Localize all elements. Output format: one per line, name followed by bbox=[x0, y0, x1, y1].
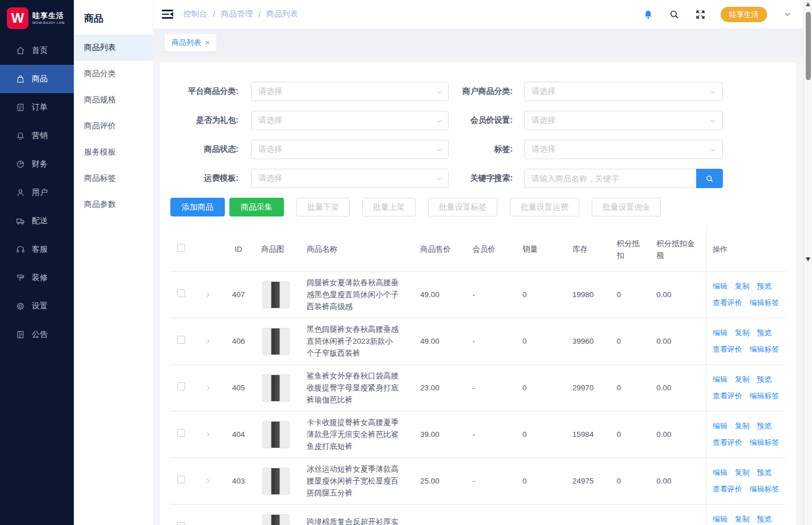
batch-set-freight-button[interactable]: 批量设置运费 bbox=[510, 198, 579, 216]
scroll-up-arrow[interactable] bbox=[806, 2, 810, 6]
scrollbar-thumb[interactable] bbox=[806, 12, 811, 80]
sidebar-item-orders[interactable]: 订单 bbox=[0, 93, 74, 122]
row-checkbox[interactable] bbox=[177, 382, 185, 390]
expand-row-icon[interactable] bbox=[192, 431, 224, 438]
product-image[interactable] bbox=[262, 514, 290, 525]
edit-link[interactable]: 编辑 bbox=[713, 374, 727, 385]
fullscreen-icon[interactable] bbox=[694, 9, 706, 20]
breadcrumb-item-goods-mgmt[interactable]: 商品管理 bbox=[221, 9, 253, 19]
edit-link[interactable]: 编辑 bbox=[713, 468, 727, 478]
breadcrumb-item-goods-list[interactable]: 商品列表 bbox=[266, 9, 298, 19]
expand-row-icon[interactable] bbox=[192, 291, 224, 298]
view-reviews-link[interactable]: 查看评价 bbox=[713, 438, 742, 448]
submenu-item-goods-params[interactable]: 商品参数 bbox=[74, 191, 153, 218]
sidebar-item-notice[interactable]: 公告 bbox=[0, 320, 74, 349]
notification-bell-icon[interactable] bbox=[642, 9, 654, 20]
row-checkbox[interactable] bbox=[177, 336, 185, 344]
expand-row-icon[interactable] bbox=[192, 477, 224, 485]
view-reviews-link[interactable]: 查看评价 bbox=[713, 484, 742, 494]
submenu-item-goods-review[interactable]: 商品评价 bbox=[74, 113, 153, 139]
edit-link[interactable]: 编辑 bbox=[713, 421, 727, 431]
sidebar-item-users[interactable]: 用户 bbox=[0, 178, 74, 207]
product-image[interactable] bbox=[262, 421, 290, 448]
sidebar-item-decorate[interactable]: 装修 bbox=[0, 264, 74, 292]
preview-link[interactable]: 预览 bbox=[757, 374, 772, 385]
chevron-down-icon[interactable] bbox=[782, 9, 793, 20]
edit-link[interactable]: 编辑 bbox=[713, 281, 727, 291]
platform-category-select[interactable]: 请选择 bbox=[251, 82, 449, 101]
vertical-scrollbar[interactable] bbox=[803, 0, 812, 525]
submenu-item-goods-list[interactable]: 商品列表 bbox=[74, 35, 153, 61]
sidebar-item-marketing[interactable]: 营销 bbox=[0, 122, 74, 150]
copy-link[interactable]: 复制 bbox=[735, 328, 750, 338]
view-reviews-link[interactable]: 查看评价 bbox=[713, 298, 742, 308]
keyword-input[interactable] bbox=[524, 169, 696, 188]
sidebar-item-delivery[interactable]: 配送 bbox=[0, 207, 74, 235]
gift-package-select[interactable]: 请选择 bbox=[251, 111, 449, 130]
collapse-menu-icon[interactable] bbox=[162, 10, 173, 19]
copy-link[interactable]: 复制 bbox=[735, 514, 750, 524]
goods-status-select[interactable]: 请选择 bbox=[251, 140, 449, 159]
edit-tags-link[interactable]: 编辑标签 bbox=[750, 391, 779, 401]
merchant-category-select[interactable]: 请选择 bbox=[524, 82, 723, 101]
select-all-checkbox[interactable] bbox=[177, 244, 185, 252]
sidebar-item-service[interactable]: 客服 bbox=[0, 235, 74, 264]
submenu-item-goods-tag[interactable]: 商品标签 bbox=[74, 165, 153, 191]
view-reviews-link[interactable]: 查看评价 bbox=[713, 344, 742, 355]
copy-link[interactable]: 复制 bbox=[735, 421, 750, 431]
edit-tags-link[interactable]: 编辑标签 bbox=[750, 298, 779, 308]
submenu-item-goods-spec[interactable]: 商品规格 bbox=[74, 87, 153, 113]
copy-link[interactable]: 复制 bbox=[735, 281, 750, 291]
expand-row-icon[interactable] bbox=[192, 384, 224, 391]
product-image[interactable] bbox=[262, 281, 290, 309]
scroll-down-arrow[interactable] bbox=[806, 257, 810, 261]
edit-tags-link[interactable]: 编辑标签 bbox=[750, 438, 779, 448]
goods-id: 407 bbox=[224, 289, 253, 301]
row-checkbox[interactable] bbox=[177, 429, 185, 437]
expand-row-icon[interactable] bbox=[192, 338, 224, 345]
row-actions: 编辑 复制 预览 查看评价 编辑标签 bbox=[706, 411, 786, 457]
product-image[interactable] bbox=[262, 328, 290, 355]
preview-link[interactable]: 预览 bbox=[757, 421, 772, 431]
batch-set-commission-button[interactable]: 批量设置佣金 bbox=[592, 198, 661, 216]
user-badge[interactable]: 哇享生活 bbox=[721, 7, 767, 22]
breadcrumb-item-console[interactable]: 控制台 bbox=[183, 9, 207, 19]
search-icon[interactable] bbox=[668, 9, 680, 20]
sidebar-item-finance[interactable]: 财务 bbox=[0, 150, 74, 178]
goods-name: 鲨鱼裤女外穿春秋口袋高腰收腹提臀字母显瘦紧身打底裤瑜伽芭比裤 bbox=[299, 370, 413, 406]
preview-link[interactable]: 预览 bbox=[757, 514, 772, 524]
edit-tags-link[interactable]: 编辑标签 bbox=[750, 484, 779, 494]
batch-set-tags-button[interactable]: 批量设置标签 bbox=[428, 198, 497, 216]
submenu-item-goods-category[interactable]: 商品分类 bbox=[74, 61, 153, 87]
collect-goods-button[interactable]: 商品采集 bbox=[229, 198, 284, 216]
preview-link[interactable]: 预览 bbox=[757, 328, 772, 338]
add-goods-button[interactable]: 添加商品 bbox=[170, 198, 225, 216]
brand-logo[interactable]: W 哇享生活 WOW,ENJOY LIFE bbox=[0, 0, 74, 36]
submenu-item-service-template[interactable]: 服务模板 bbox=[74, 139, 153, 165]
keyword-search-button[interactable] bbox=[696, 169, 723, 188]
batch-on-shelf-button[interactable]: 批量上架 bbox=[362, 198, 416, 216]
platform-category-label: 平台商品分类: bbox=[170, 86, 238, 97]
sidebar-item-settings[interactable]: 设置 bbox=[0, 292, 74, 320]
member-price-select[interactable]: 请选择 bbox=[524, 111, 723, 130]
copy-link[interactable]: 复制 bbox=[735, 468, 750, 478]
row-checkbox[interactable] bbox=[177, 522, 185, 525]
tab-goods-list[interactable]: 商品列表 × bbox=[165, 34, 216, 51]
edit-link[interactable]: 编辑 bbox=[713, 514, 727, 524]
row-checkbox[interactable] bbox=[177, 476, 185, 484]
preview-link[interactable]: 预览 bbox=[757, 281, 772, 291]
tag-select[interactable]: 请选择 bbox=[524, 140, 723, 159]
row-checkbox[interactable] bbox=[177, 289, 185, 297]
freight-template-select[interactable]: 请选择 bbox=[251, 169, 449, 188]
product-image[interactable] bbox=[262, 468, 290, 495]
sidebar-item-home[interactable]: 首页 bbox=[0, 36, 74, 65]
view-reviews-link[interactable]: 查看评价 bbox=[713, 391, 742, 401]
batch-off-shelf-button[interactable]: 批量下架 bbox=[296, 198, 350, 216]
sidebar-item-goods[interactable]: 商品 bbox=[0, 65, 74, 93]
tab-close-icon[interactable]: × bbox=[205, 39, 210, 47]
preview-link[interactable]: 预览 bbox=[757, 468, 772, 478]
copy-link[interactable]: 复制 bbox=[735, 374, 750, 385]
edit-tags-link[interactable]: 编辑标签 bbox=[750, 344, 779, 355]
edit-link[interactable]: 编辑 bbox=[713, 328, 727, 338]
product-image[interactable] bbox=[262, 374, 290, 402]
